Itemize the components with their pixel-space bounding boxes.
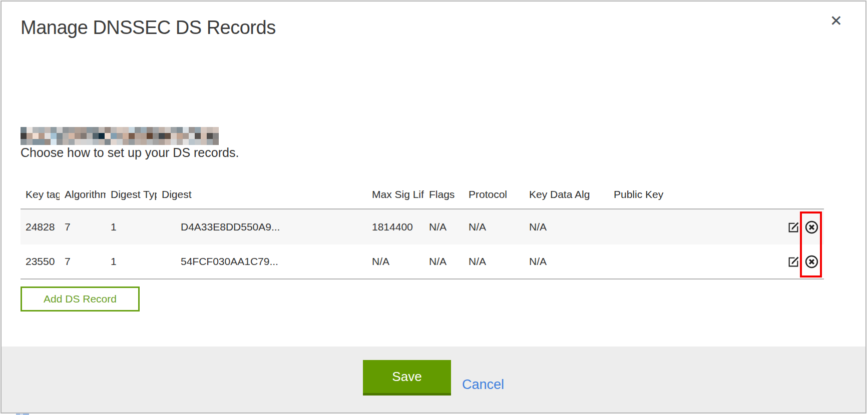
redacted-pixel [153,139,159,145]
redacted-pixel [171,133,177,139]
redacted-pixel [171,127,177,133]
row-actions [781,254,824,269]
row-actions [781,220,824,234]
redacted-pixel [51,127,57,133]
redacted-pixel [189,139,195,145]
redacted-pixel [201,127,207,133]
redacted-pixel [99,139,105,145]
redacted-pixel [75,133,81,139]
cell-max-sig-life: 1814400 [367,221,424,233]
redacted-pixel [123,127,129,133]
redacted-pixel [39,139,45,145]
column-header-flags: Flags [424,188,464,200]
redacted-pixel [165,133,171,139]
redacted-pixel [111,127,117,133]
redacted-pixel [183,139,189,145]
redacted-pixel [171,139,177,145]
edit-record-icon[interactable] [787,256,800,268]
redacted-pixel [129,133,135,139]
redacted-pixel [177,127,183,133]
redacted-pixel [69,139,75,145]
redacted-pixel [21,127,27,133]
column-header-public-key: Public Key [609,188,781,200]
redacted-pixel [33,139,39,145]
redacted-pixel [183,133,189,139]
cell-key-data-alg: N/A [524,256,609,268]
redacted-pixel [81,139,87,145]
redacted-pixel [81,133,87,139]
column-header-key-data-alg: Key Data Alg [524,188,609,200]
redacted-pixel [201,133,207,139]
domain-name-redacted [21,127,219,145]
redacted-pixel [81,127,87,133]
redacted-pixel [183,127,189,133]
cell-algorithm: 7 [60,256,106,268]
edit-record-icon[interactable] [787,221,800,234]
column-header-protocol: Protocol [464,188,524,200]
redacted-pixel [63,139,69,145]
redacted-pixel [93,133,99,139]
redacted-pixel [57,133,63,139]
redacted-pixel [135,127,141,133]
add-ds-record-button[interactable]: Add DS Record [21,286,140,312]
cell-key-data-alg: N/A [524,221,609,233]
redacted-pixel [99,127,105,133]
redacted-pixel [87,139,93,145]
redacted-pixel [57,139,63,145]
column-header-digest: Digest [157,188,367,200]
redacted-pixel [177,139,183,145]
cell-flags: N/A [424,256,464,268]
cell-digest: D4A33E8DD550A9... [157,221,367,233]
column-header-algorithm: Algorithm [60,188,106,200]
redacted-pixel [75,139,81,145]
redacted-pixel [69,127,75,133]
cell-algorithm: 7 [60,221,106,233]
redacted-pixel [213,127,219,133]
redacted-pixel [21,139,27,145]
redacted-pixel [129,139,135,145]
delete-record-icon[interactable] [804,220,819,234]
dialog-footer: Save Cancel [2,346,865,412]
close-icon[interactable]: ✕ [830,14,842,28]
redacted-pixel [123,133,129,139]
redacted-pixel [75,127,81,133]
redacted-pixel [207,127,213,133]
cell-key-tag: 24828 [21,221,60,233]
redacted-pixel [27,133,33,139]
redacted-pixel [153,127,159,133]
redacted-pixel [63,133,69,139]
page-title: Manage DNSSEC DS Records [21,17,276,38]
cell-flags: N/A [424,221,464,233]
redacted-pixel [207,139,213,145]
cell-key-tag: 23550 [21,256,60,268]
cell-protocol: N/A [464,221,524,233]
redacted-pixel [45,139,51,145]
redacted-pixel [105,133,111,139]
delete-record-icon[interactable] [804,254,819,269]
redacted-pixel [141,127,147,133]
redacted-pixel [213,139,219,145]
save-button[interactable]: Save [363,360,451,396]
cell-digest-type: 1 [106,221,157,233]
redacted-pixel [45,133,51,139]
redacted-pixel [105,127,111,133]
redacted-pixel [69,133,75,139]
ds-records-table: Key tag Algorithm Digest Type Digest Max… [21,188,824,280]
redacted-pixel [39,133,45,139]
redacted-pixel [159,139,165,145]
manage-dnssec-dialog: Manage DNSSEC DS Records ✕ Choose how to… [1,0,866,414]
cancel-link[interactable]: Cancel [462,377,504,392]
redacted-pixel [129,127,135,133]
redacted-pixel [165,139,171,145]
redacted-pixel [159,133,165,139]
redacted-pixel [195,139,201,145]
redacted-pixel [111,133,117,139]
redacted-pixel [135,139,141,145]
redacted-pixel [153,133,159,139]
redacted-pixel [159,127,165,133]
redacted-pixel [93,127,99,133]
redacted-pixel [39,127,45,133]
redacted-pixel [195,127,201,133]
redacted-pixel [33,127,39,133]
redacted-pixel [147,127,153,133]
